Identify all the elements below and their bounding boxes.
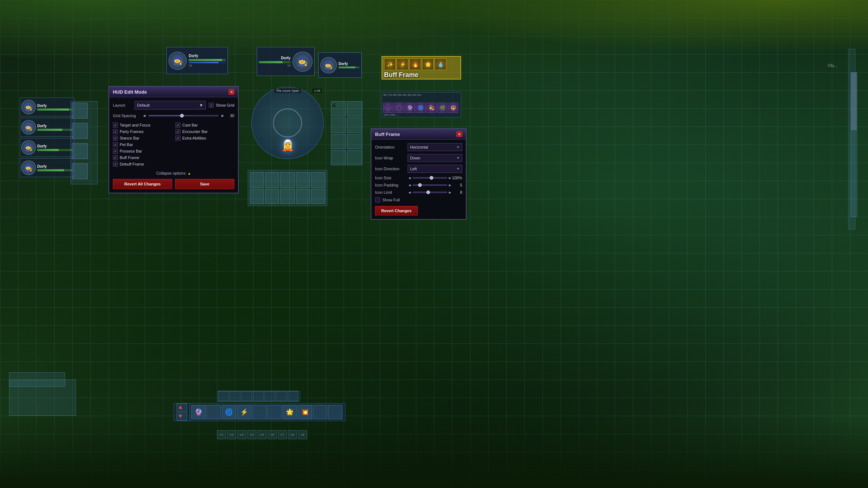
icon-limit-value: 8 xyxy=(452,190,462,194)
save-button[interactable]: Save xyxy=(175,179,234,189)
buff-panel-title: Buff Frame xyxy=(375,132,400,137)
cast-bar-checkbox[interactable]: ✓ xyxy=(175,123,180,128)
debuff-frame-checkbox[interactable]: ✓ xyxy=(113,162,118,167)
buff-icon-d: 🌀 xyxy=(416,103,426,113)
layout-dropdown-arrow-icon: ▼ xyxy=(199,103,203,107)
cast-slot-4: c·4 xyxy=(247,430,256,439)
extra-slot-2 xyxy=(230,391,241,402)
party-avatar-1: 🧙 xyxy=(21,100,36,114)
party-avatar-3: 🧙 xyxy=(21,140,36,155)
icon-wrap-value: Down xyxy=(410,156,420,160)
show-grid-row: ✓ Show Grid xyxy=(209,103,234,108)
action-slot-main-3: 🌀 xyxy=(222,405,236,419)
grid-spacing-left-arrow-icon[interactable]: ◄ xyxy=(142,113,146,118)
encounter-bar-checkbox[interactable]: ✓ xyxy=(175,129,180,134)
action-slot-main-10 xyxy=(328,405,342,419)
buff-panel-close-button[interactable]: ✕ xyxy=(456,131,462,137)
icon-size-slider[interactable] xyxy=(413,177,447,179)
buff-frame-label: Buff Frame xyxy=(384,71,418,79)
buff-frame-display: ✨ ⚡ 🔥 🌟 💧 Buff Frame xyxy=(382,56,461,80)
buff-frame-checkbox[interactable]: ✓ xyxy=(113,155,118,160)
icon-size-left-arrow-icon[interactable]: ◄ xyxy=(408,176,412,180)
player-hp-bar-bg xyxy=(189,59,226,61)
buff-icon-1: ✨ xyxy=(384,59,396,70)
layout-label: Layout: xyxy=(113,103,131,107)
scrollbar-thumb[interactable] xyxy=(851,73,857,130)
grid-spacing-right-arrow-icon[interactable]: ► xyxy=(221,113,225,118)
option-empty2 xyxy=(175,149,234,154)
icon-size-label: Icon Size xyxy=(375,176,408,180)
grid-spacing-value: 30 xyxy=(227,114,234,118)
grid-spacing-thumb[interactable] xyxy=(180,114,184,117)
orientation-label: Orientation xyxy=(375,145,408,149)
focus-hp-bar-bg xyxy=(339,67,359,68)
cast-slot-9: c·8 xyxy=(298,430,307,439)
stance-bar-checkbox[interactable]: ✓ xyxy=(113,136,118,141)
icon-wrap-dropdown[interactable]: Down ▼ xyxy=(408,154,462,162)
option-pet-bar: ✓ Pet Bar xyxy=(113,142,172,147)
buff-icon-2: ⚡ xyxy=(397,59,408,70)
party-info-3: Dorfy xyxy=(36,144,73,151)
show-grid-checkbox[interactable]: ✓ xyxy=(209,103,214,108)
icon-padding-thumb[interactable] xyxy=(418,183,422,187)
grid-spacing-slider[interactable] xyxy=(149,115,218,116)
stance-bar: 🔺 🔻 xyxy=(174,403,190,421)
collapse-arrow-icon: ▲ xyxy=(187,171,191,175)
extra-slot-5 xyxy=(264,391,275,402)
cast-bar-label: Cast Bar xyxy=(182,123,198,127)
collapse-label[interactable]: Collapse options xyxy=(156,171,186,175)
layout-dropdown[interactable]: Default ▼ xyxy=(135,101,206,110)
party-name-2: Dorfy xyxy=(37,124,73,128)
castbar-row: c·1 c·2 c·3 c·4 c·5 c·6 c·7 c·8 c·8 xyxy=(217,430,307,439)
player-name: Dorfy xyxy=(189,54,226,58)
icon-size-thumb[interactable] xyxy=(430,176,433,180)
hud-edit-close-button[interactable]: ✕ xyxy=(229,89,234,95)
buff-revert-button[interactable]: Revert Changes xyxy=(375,206,418,215)
revert-all-changes-button[interactable]: Revert All Changes xyxy=(113,179,172,189)
orientation-dropdown[interactable]: Horizontal ▼ xyxy=(408,143,462,151)
r-slot-7 xyxy=(331,150,346,165)
target-focus-checkbox[interactable]: ✓ xyxy=(113,123,118,128)
right-action-bar: ⚔ xyxy=(331,101,362,165)
cast-slot-2: c·2 xyxy=(227,430,236,439)
party-member-1: 🧙 Dorfy xyxy=(20,98,74,116)
r-slot-1: ⚔ xyxy=(331,101,346,116)
party-avatar-2: 🧙 xyxy=(21,120,36,134)
pet-bar-checkbox[interactable]: ✓ xyxy=(113,142,118,147)
minimap-circle xyxy=(273,108,302,137)
icon-padding-right-arrow-icon[interactable]: ► xyxy=(448,183,452,187)
icon-limit-right-arrow-icon[interactable]: ► xyxy=(448,190,452,194)
buff-icon-5: 💧 xyxy=(435,59,446,70)
icon-limit-left-arrow-icon[interactable]: ◄ xyxy=(408,190,412,194)
show-full-checkbox[interactable] xyxy=(375,197,380,202)
enc-slot-5 xyxy=(311,172,325,188)
right-scrollbar[interactable] xyxy=(851,72,857,217)
enc-slot-10 xyxy=(311,189,325,204)
icon-limit-thumb[interactable] xyxy=(426,191,430,194)
stance-bar-label: Stance Bar xyxy=(120,136,139,140)
option-encounter-bar: ✓ Encounter Bar xyxy=(175,129,234,134)
action-slot-main-6 xyxy=(267,405,282,419)
r-slot-8 xyxy=(347,150,362,165)
action-slot-main-4: ⚡ xyxy=(237,405,251,419)
action-buttons-row: Revert All Changes Save xyxy=(113,179,234,189)
possess-bar-checkbox[interactable]: ✓ xyxy=(113,149,118,154)
target-frame-2: 🧙 Dorfy 70 xyxy=(257,47,315,76)
option-buff-frame: ✓ Buff Frame xyxy=(113,155,172,160)
option-stance-bar: ✓ Stance Bar xyxy=(113,136,172,141)
party-member-3: 🧙 Dorfy xyxy=(20,138,74,157)
buff-icon-f: 🌿 xyxy=(437,103,447,113)
icon-direction-dropdown[interactable]: Left ▼ xyxy=(408,165,462,173)
icon-limit-slider[interactable] xyxy=(413,192,447,193)
icon-wrap-arrow-icon: ▼ xyxy=(456,156,460,160)
extra-abilities-checkbox[interactable]: ✓ xyxy=(175,136,180,141)
icon-size-right-arrow-icon[interactable]: ► xyxy=(448,176,452,180)
layout-controls: Default ▼ ✓ Show Grid xyxy=(135,101,234,110)
party-frames-checkbox[interactable]: ✓ xyxy=(113,129,118,134)
party-name-3: Dorfy xyxy=(37,144,73,148)
icon-padding-left-arrow-icon[interactable]: ◄ xyxy=(408,183,412,187)
buff-timer-labels2: 11m 10m ... xyxy=(383,113,399,116)
icon-size-row: Icon Size ◄ ► 100% xyxy=(375,176,462,180)
party-hp-1 xyxy=(37,108,73,111)
icon-padding-slider[interactable] xyxy=(413,184,447,186)
